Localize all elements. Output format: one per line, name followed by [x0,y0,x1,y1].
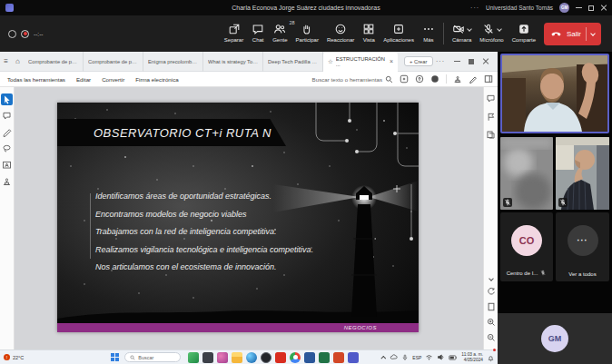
zoom-in-icon[interactable] [487,318,496,327]
onedrive-icon[interactable] [390,353,398,361]
people-button[interactable]: 28 Gente [272,23,287,43]
temperature: 22°C [13,355,24,360]
acrobat-menu-bar: Todas las herramientas Editar Convertir … [0,72,498,87]
collapse-icon[interactable] [489,276,494,281]
slide-footer-bar: NEGOCIOS [57,323,419,332]
close-icon[interactable] [482,58,489,65]
menu-esign[interactable]: Firma electrónica [135,76,178,83]
photos-icon[interactable] [188,352,199,363]
ai-assistant-icon[interactable] [400,74,409,84]
menu-icon[interactable]: ≡ [0,57,12,65]
notifications-button[interactable] [487,349,495,364]
menu-all-tools[interactable]: Todas las herramientas [7,76,65,83]
monitor-icon[interactable] [202,352,213,363]
menu-edit[interactable]: Editar [76,76,91,83]
tray-mic-icon[interactable] [401,354,409,361]
comments-panel-icon[interactable] [486,93,496,103]
slide-title: OBSERVATORIO CT+i RUTA N [94,126,271,140]
user-avatar[interactable]: GM [559,3,569,13]
tab-document-2[interactable]: Comprobante de pago en ... [84,52,143,72]
tab-document-1[interactable]: Comprobante de pago en ... [24,52,84,72]
restore-icon[interactable] [469,59,474,64]
pages-panel-icon[interactable] [486,130,496,140]
search-box[interactable]: Buscar texto o herramientas [312,75,393,84]
chat-button[interactable]: Chat [252,23,264,43]
more-button[interactable]: Más [422,23,435,43]
tab-active-document[interactable]: ☆ ESTRUCTURACIÓN ... × [323,52,398,72]
window-more-icon[interactable]: ··· [436,58,445,64]
leave-button[interactable]: Salir [544,23,601,45]
language-indicator[interactable]: ESP [412,355,421,360]
windows-taskbar: ! 22°C Buscar ESP [0,349,498,364]
volume-icon[interactable] [437,353,445,361]
tab-document-3[interactable]: Enigma precolombino Far... [143,52,203,72]
powerpoint-icon[interactable] [333,352,344,363]
see-all-tile[interactable]: ··· Ver a todos [556,212,609,281]
chevron-down-icon[interactable] [590,31,596,36]
edge-icon[interactable] [246,352,257,363]
participant-video[interactable] [556,137,609,210]
tab-document-4[interactable]: What is strategy Today Pla... [203,52,263,72]
close-tab-icon[interactable]: × [390,58,393,64]
chevron-down-icon[interactable] [497,26,502,32]
self-avatar: GM [541,325,568,352]
chevron-down-icon[interactable] [467,26,472,32]
pen-tool-icon[interactable] [469,74,478,84]
rotate-icon[interactable] [487,287,496,296]
select-tool[interactable] [1,93,13,105]
teams-app-icon[interactable] [348,352,359,363]
popout-button[interactable]: Separar [224,23,243,43]
share-button[interactable]: Comparte [512,23,536,43]
minimize-icon[interactable] [576,7,582,8]
bookmarks-panel-icon[interactable] [486,112,496,122]
sidebar-toggle-icon[interactable] [484,74,493,84]
home-icon[interactable]: ⌂ [12,57,24,65]
tenant-name[interactable]: Universidad Santo Tomás [486,5,553,11]
chrome-icon[interactable] [290,352,301,363]
fit-page-icon[interactable] [487,302,496,311]
profile-icon[interactable] [430,74,439,84]
mic-button[interactable]: Micrófono [479,23,503,43]
restore-icon[interactable] [588,5,594,11]
apps-button[interactable]: Aplicaciones [383,23,414,43]
stamp-tool-rail[interactable] [1,175,13,187]
menu-convert[interactable]: Convertir [102,76,124,83]
search-icon [130,355,135,360]
minimize-icon[interactable] [454,61,460,62]
titlebar-more-icon[interactable]: ··· [470,5,479,11]
draw-tool[interactable] [1,126,13,138]
weather-widget[interactable]: ! 22°C [4,354,24,360]
participant-video-blurred[interactable] [500,137,553,210]
create-button[interactable]: + Crear [404,56,433,66]
react-button[interactable]: Reaccionar [327,23,354,43]
start-button[interactable] [111,353,119,361]
file-explorer-icon[interactable] [232,352,242,363]
camera-app-icon[interactable] [261,352,271,363]
close-icon[interactable] [600,5,607,12]
acrobat-icon[interactable] [275,352,286,363]
lasso-tool[interactable] [1,143,13,154]
wifi-icon[interactable] [425,353,433,361]
view-button[interactable]: Vista [362,23,375,43]
clock[interactable]: 11:03 a. m. 4/05/2024 [461,352,483,363]
meeting-timer: --:-- [34,31,43,37]
self-view-tile[interactable]: GM [498,313,612,364]
pin-icon[interactable] [217,352,228,363]
word-icon[interactable] [304,352,315,363]
tab-document-5[interactable]: Deep Tech Padilla (1).pdf [263,52,323,72]
active-speaker-video[interactable] [500,54,609,133]
zoom-out-icon[interactable] [487,333,496,342]
comment-tool[interactable] [1,110,13,122]
see-all-label: Ver a todos [568,271,596,277]
participant-avatar-tile[interactable]: CO Centro de I... [500,212,553,281]
excel-icon[interactable] [319,352,330,363]
camera-button[interactable]: Cámara [452,23,471,43]
tray-expand-icon[interactable] [381,355,387,360]
share-file-icon[interactable] [415,74,424,84]
star-icon[interactable]: ☆ [328,58,333,65]
text-box-tool[interactable] [1,159,13,171]
raise-hand-button[interactable]: Participar [296,23,319,43]
battery-icon[interactable] [449,354,458,361]
stamp-tool-icon[interactable] [453,74,462,84]
taskbar-search[interactable]: Buscar [124,352,181,362]
